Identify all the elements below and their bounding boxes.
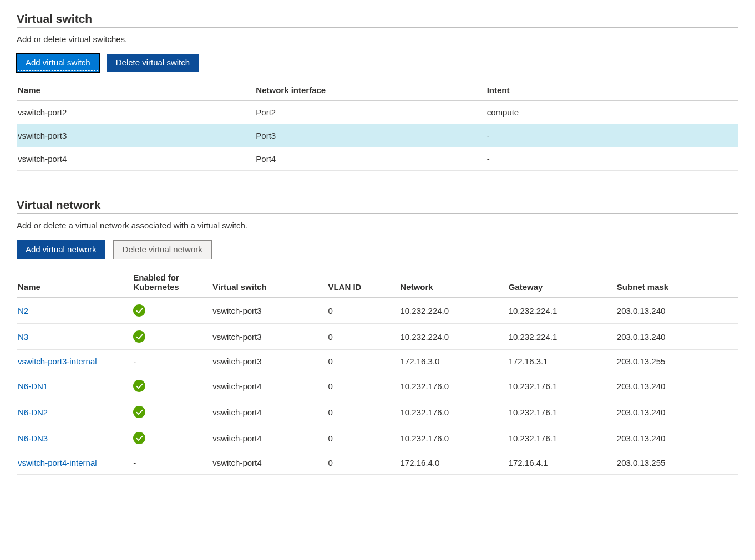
- checkmark-icon: [133, 380, 145, 392]
- col-vlan-id: VLAN ID: [327, 267, 399, 298]
- table-row[interactable]: N6-DN3vswitch-port4010.232.176.010.232.1…: [17, 425, 738, 451]
- cell-network-interface: Port4: [255, 147, 485, 171]
- cell-name: N6-DN2: [17, 399, 132, 425]
- virtual-switch-table: Name Network interface Intent vswitch-po…: [17, 80, 738, 171]
- cell-virtual-switch: vswitch-port4: [211, 451, 327, 475]
- checkmark-icon: [133, 406, 145, 418]
- cell-subnet-mask: 203.0.13.240: [616, 425, 738, 451]
- cell-vlan-id: 0: [327, 298, 399, 324]
- col-network: Network: [399, 267, 508, 298]
- virtual-switch-description: Add or delete virtual switches.: [17, 34, 738, 44]
- table-header-row: Name Network interface Intent: [17, 80, 738, 101]
- cell-gateway: 10.232.176.1: [508, 373, 616, 399]
- delete-virtual-switch-button[interactable]: Delete virtual switch: [107, 54, 199, 72]
- table-row[interactable]: vswitch-port3Port3-: [17, 124, 738, 147]
- virtual-network-table: Name Enabled for Kubernetes Virtual swit…: [17, 267, 738, 475]
- table-row[interactable]: N3vswitch-port3010.232.224.010.232.224.1…: [17, 324, 738, 350]
- cell-name: N3: [17, 324, 132, 350]
- col-intent: Intent: [486, 80, 738, 101]
- col-network-interface: Network interface: [255, 80, 485, 101]
- cell-virtual-switch: vswitch-port4: [211, 373, 327, 399]
- cell-intent: -: [486, 147, 738, 171]
- cell-network: 10.232.224.0: [399, 298, 508, 324]
- virtual-network-link[interactable]: N2: [18, 306, 28, 315]
- cell-network-interface: Port3: [255, 124, 485, 147]
- table-row[interactable]: vswitch-port3-internal-vswitch-port30172…: [17, 350, 738, 373]
- cell-intent: compute: [486, 101, 738, 124]
- col-name: Name: [17, 80, 255, 101]
- cell-name: N6-DN3: [17, 425, 132, 451]
- virtual-network-description: Add or delete a virtual network associat…: [17, 221, 738, 230]
- cell-name: N6-DN1: [17, 373, 132, 399]
- checkmark-icon: [133, 304, 145, 317]
- virtual-network-link[interactable]: vswitch-port3-internal: [18, 357, 97, 366]
- table-row[interactable]: vswitch-port4Port4-: [17, 147, 738, 171]
- cell-gateway: 172.16.4.1: [508, 451, 616, 475]
- cell-enabled-kubernetes: -: [132, 350, 211, 373]
- virtual-network-link[interactable]: N3: [18, 332, 28, 342]
- table-row[interactable]: N6-DN1vswitch-port4010.232.176.010.232.1…: [17, 373, 738, 399]
- cell-network: 10.232.224.0: [399, 324, 508, 350]
- cell-virtual-switch: vswitch-port3: [211, 350, 327, 373]
- cell-name: vswitch-port2: [17, 101, 255, 124]
- table-row[interactable]: vswitch-port2Port2compute: [17, 101, 738, 124]
- cell-name: vswitch-port4-internal: [17, 451, 132, 475]
- cell-network: 172.16.3.0: [399, 350, 508, 373]
- cell-name: vswitch-port3: [17, 124, 255, 147]
- cell-enabled-kubernetes: [132, 425, 211, 451]
- cell-enabled-kubernetes: -: [132, 451, 211, 475]
- cell-network: 10.232.176.0: [399, 373, 508, 399]
- col-virtual-switch: Virtual switch: [211, 267, 327, 298]
- table-row[interactable]: N2vswitch-port3010.232.224.010.232.224.1…: [17, 298, 738, 324]
- virtual-network-link[interactable]: vswitch-port4-internal: [18, 458, 97, 467]
- table-row[interactable]: N6-DN2vswitch-port4010.232.176.010.232.1…: [17, 399, 738, 425]
- virtual-switch-button-row: Add virtual switch Delete virtual switch: [17, 54, 738, 72]
- cell-enabled-kubernetes: [132, 399, 211, 425]
- cell-enabled-kubernetes: [132, 324, 211, 350]
- add-virtual-network-button[interactable]: Add virtual network: [17, 240, 105, 259]
- cell-vlan-id: 0: [327, 451, 399, 475]
- cell-vlan-id: 0: [327, 373, 399, 399]
- cell-name: N2: [17, 298, 132, 324]
- cell-network: 10.232.176.0: [399, 425, 508, 451]
- col-name: Name: [17, 267, 132, 298]
- checkmark-icon: [133, 330, 145, 343]
- cell-subnet-mask: 203.0.13.255: [616, 451, 738, 475]
- cell-virtual-switch: vswitch-port3: [211, 298, 327, 324]
- virtual-network-link[interactable]: N6-DN3: [18, 434, 48, 443]
- cell-intent: -: [486, 124, 738, 147]
- cell-virtual-switch: vswitch-port4: [211, 425, 327, 451]
- cell-virtual-switch: vswitch-port3: [211, 324, 327, 350]
- delete-virtual-network-button[interactable]: Delete virtual network: [113, 240, 212, 259]
- cell-subnet-mask: 203.0.13.240: [616, 298, 738, 324]
- table-header-row: Name Enabled for Kubernetes Virtual swit…: [17, 267, 738, 298]
- add-virtual-switch-button[interactable]: Add virtual switch: [17, 54, 99, 72]
- col-enabled-kubernetes: Enabled for Kubernetes: [132, 267, 211, 298]
- cell-enabled-kubernetes: [132, 298, 211, 324]
- cell-gateway: 10.232.176.1: [508, 399, 616, 425]
- col-gateway: Gateway: [508, 267, 616, 298]
- cell-subnet-mask: 203.0.13.240: [616, 373, 738, 399]
- cell-gateway: 172.16.3.1: [508, 350, 616, 373]
- virtual-network-link[interactable]: N6-DN1: [18, 381, 48, 391]
- cell-network: 10.232.176.0: [399, 399, 508, 425]
- heading-divider: [17, 27, 738, 28]
- cell-vlan-id: 0: [327, 399, 399, 425]
- cell-gateway: 10.232.224.1: [508, 298, 616, 324]
- cell-subnet-mask: 203.0.13.240: [616, 324, 738, 350]
- cell-vlan-id: 0: [327, 425, 399, 451]
- cell-virtual-switch: vswitch-port4: [211, 399, 327, 425]
- cell-enabled-kubernetes: [132, 373, 211, 399]
- table-row[interactable]: vswitch-port4-internal-vswitch-port40172…: [17, 451, 738, 475]
- cell-subnet-mask: 203.0.13.240: [616, 399, 738, 425]
- cell-gateway: 10.232.176.1: [508, 425, 616, 451]
- virtual-network-link[interactable]: N6-DN2: [18, 408, 48, 417]
- heading-divider: [17, 213, 738, 214]
- cell-network: 172.16.4.0: [399, 451, 508, 475]
- checkmark-icon: [133, 432, 145, 444]
- cell-vlan-id: 0: [327, 350, 399, 373]
- virtual-network-heading: Virtual network: [17, 198, 738, 213]
- cell-subnet-mask: 203.0.13.255: [616, 350, 738, 373]
- virtual-network-button-row: Add virtual network Delete virtual netwo…: [17, 240, 738, 259]
- cell-name: vswitch-port4: [17, 147, 255, 171]
